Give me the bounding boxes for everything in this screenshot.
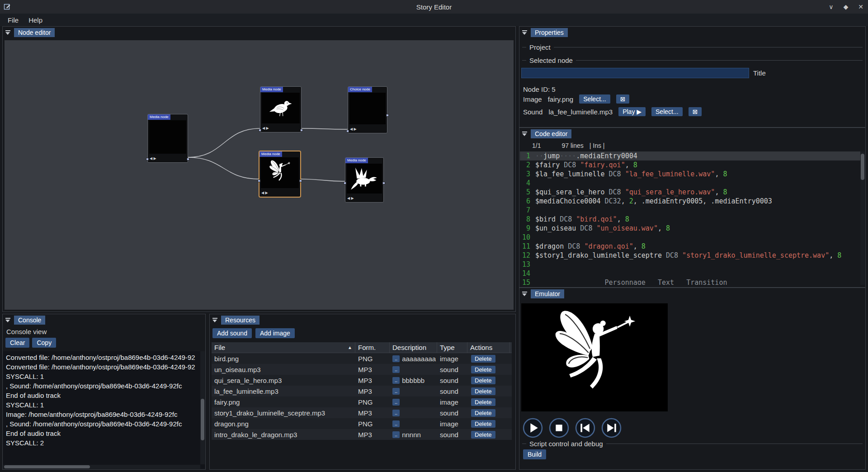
titlebar: Story Editor ∨ ◆ ✕ [0, 0, 868, 14]
image-clear-button[interactable]: ⊠ [616, 94, 630, 104]
node-port[interactable] [300, 129, 303, 132]
node-dragon[interactable]: Media node◀ ▶ [345, 157, 384, 203]
code-line[interactable]: 3$la_fee_luminelle DC8 "la_fee_luminelle… [520, 170, 865, 179]
col-header-description[interactable]: Description [390, 342, 437, 353]
node-port[interactable] [258, 179, 260, 182]
edit-description-button[interactable]: .. [392, 355, 400, 362]
edit-description-button[interactable]: .. [392, 420, 400, 427]
node-canvas[interactable]: Media node◀ ▶Media node◀ ▶Choice node◀ ▶… [5, 40, 514, 310]
console-log-line: SYSCALL: 2 [6, 438, 202, 448]
edit-description-button[interactable]: .. [392, 366, 400, 373]
line-number: 10 [520, 233, 535, 242]
menu-file[interactable]: File [3, 15, 24, 25]
scrollbar-thumb[interactable] [861, 154, 864, 180]
menu-help[interactable]: Help [24, 15, 47, 25]
stop-button[interactable] [549, 418, 569, 438]
table-row[interactable]: intro_drako_le_dragon.mp3MP3..nnnnnsound… [212, 429, 512, 440]
col-header-actions[interactable]: Actions [467, 342, 510, 353]
delete-button[interactable]: Delete [471, 420, 495, 428]
next-button[interactable] [601, 418, 622, 438]
code-line[interactable]: 11$dragon DC8 "dragon.qoi", 8 [520, 242, 865, 251]
node-port[interactable] [386, 114, 389, 117]
delete-button[interactable]: Delete [471, 409, 495, 417]
console-view-label: Console view [6, 328, 47, 335]
code-line[interactable]: 13 [520, 260, 865, 269]
node-title-input[interactable] [521, 68, 749, 78]
table-row[interactable]: un_oiseau.mp3MP3..soundDelete [212, 364, 512, 375]
add-image-button[interactable]: Add image [255, 328, 295, 338]
code-line[interactable]: 15 Personnage Text Transition [520, 278, 865, 285]
edit-description-button[interactable]: .. [392, 399, 400, 406]
col-header-file[interactable]: File ▲ [212, 342, 355, 353]
code-line[interactable]: 5$qui_sera_le_hero DC8 "qui_sera_le_hero… [520, 188, 865, 197]
node-port[interactable] [344, 182, 346, 184]
build-button[interactable]: Build [523, 449, 546, 459]
code-line[interactable]: 9$un_oiseau DC8 "un_oiseau.wav", 8 [520, 224, 865, 233]
code-editor-area[interactable]: 1··jump····.mediaEntry00042$fairy DC8 "f… [520, 151, 865, 285]
table-row[interactable]: bird.pngPNG..aaaaaaaaaimageDelete [212, 353, 512, 364]
collapse-icon[interactable] [212, 317, 218, 323]
play-button[interactable] [523, 418, 543, 438]
delete-button[interactable]: Delete [471, 366, 495, 373]
delete-button[interactable]: Delete [471, 398, 495, 406]
close-button[interactable]: ✕ [858, 3, 863, 10]
edit-description-button[interactable]: .. [392, 410, 400, 416]
add-sound-button[interactable]: Add sound [212, 328, 252, 338]
code-line[interactable]: 12$story1_drako_luminelle_sceptre DC8 "s… [520, 251, 865, 260]
table-row[interactable]: la_fee_luminelle.mp3MP3..soundDelete [212, 386, 512, 396]
node-bird[interactable]: Media node◀ ▶ [260, 86, 302, 132]
edit-description-button[interactable]: .. [392, 431, 400, 438]
table-row[interactable]: qui_sera_le_hero.mp3MP3..bbbbbbsoundDele… [212, 375, 512, 386]
sound-play-button[interactable]: Play ▶ [618, 107, 646, 116]
code-line[interactable]: 8$bird DC8 "bird.qoi", 8 [520, 215, 865, 224]
edit-description-button[interactable]: .. [392, 377, 400, 384]
properties-title: Properties [531, 28, 568, 37]
node-port[interactable] [346, 130, 349, 132]
code-line[interactable]: 1··jump····.mediaEntry0004 [520, 151, 865, 160]
delete-button[interactable]: Delete [471, 377, 495, 384]
collapse-icon[interactable] [522, 291, 528, 297]
delete-button[interactable]: Delete [471, 355, 495, 363]
node-start[interactable]: Media node◀ ▶ [147, 114, 188, 163]
node-choice[interactable]: Choice node◀ ▶ [348, 86, 387, 133]
console-view[interactable]: Converted file: /home/anthony/ostproj/ba… [3, 351, 205, 469]
scrollbar-thumb[interactable] [4, 465, 90, 468]
sound-clear-button[interactable]: ⊠ [689, 107, 702, 116]
clear-button[interactable]: Clear [5, 338, 29, 348]
table-row[interactable]: fairy.pngPNG..imageDelete [212, 396, 512, 407]
col-header-type[interactable]: Type [437, 342, 467, 353]
copy-button[interactable]: Copy [32, 338, 56, 348]
table-row[interactable]: dragon.pngPNG..imageDelete [212, 418, 512, 429]
delete-button[interactable]: Delete [471, 387, 495, 395]
collapse-icon[interactable] [522, 131, 528, 137]
node-fairy[interactable]: Media node◀ ▶ [259, 151, 301, 197]
node-port[interactable] [187, 158, 189, 160]
scrollbar-thumb[interactable] [201, 399, 204, 440]
code-editor-panel: Code editor 1/1 97 lines | Ins | 1··jump… [519, 127, 866, 288]
minimize-button[interactable]: ∨ [829, 3, 833, 10]
delete-button[interactable]: Delete [471, 431, 495, 439]
node-port[interactable] [382, 182, 385, 184]
code-line[interactable]: 14 [520, 269, 865, 278]
col-header-format[interactable]: Form. [355, 342, 390, 353]
prev-button[interactable] [575, 418, 595, 438]
maximize-button[interactable]: ◆ [843, 3, 848, 10]
sound-select-button[interactable]: Select... [651, 107, 683, 116]
node-port[interactable] [259, 129, 261, 132]
node-port[interactable] [146, 158, 149, 160]
node-editor-title: Node editor [14, 28, 55, 37]
code-line[interactable]: 10 [520, 233, 865, 242]
table-row[interactable]: story1_drako_luminelle_sceptre.mp3MP3..s… [212, 407, 512, 418]
code-line[interactable]: 7 [520, 206, 865, 215]
code-line[interactable]: 2$fairy DC8 "fairy.qoi", 8 [520, 160, 865, 170]
edit-description-button[interactable]: .. [392, 388, 400, 395]
node-port[interactable] [299, 179, 302, 182]
code-line[interactable]: 4 [520, 179, 865, 188]
fairy-image [263, 159, 297, 186]
collapse-icon[interactable] [522, 30, 528, 36]
image-select-button[interactable]: Select... [579, 94, 610, 104]
code-line[interactable]: 6$mediaChoice0004 DC32, 2, .mediaEntry00… [520, 197, 865, 206]
collapse-icon[interactable] [5, 30, 11, 36]
collapse-icon[interactable] [5, 317, 11, 323]
cell-actions: Delete [467, 407, 510, 418]
